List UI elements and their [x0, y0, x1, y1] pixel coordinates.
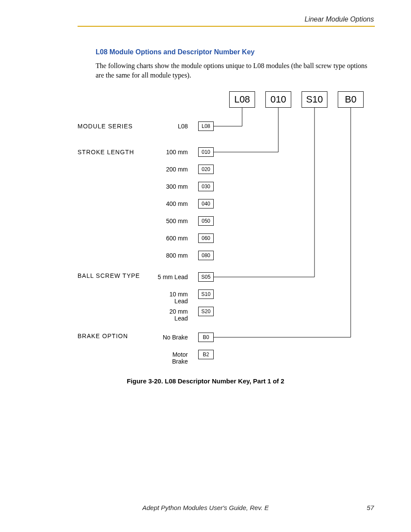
page-header-section: Linear Module Options — [305, 16, 374, 23]
page: Linear Module Options L08 Module Options… — [0, 0, 411, 532]
intro-paragraph: The following charts show the module opt… — [96, 61, 376, 81]
figure-caption: Figure 3-20. L08 Descriptor Number Key, … — [0, 377, 411, 385]
footer-page-number: 57 — [367, 504, 374, 511]
header-rule — [78, 26, 375, 27]
connector-lines — [78, 87, 375, 371]
section-heading: L08 Module Options and Descriptor Number… — [96, 48, 255, 56]
footer-title: Adept Python Modules User's Guide, Rev. … — [0, 504, 411, 511]
descriptor-diagram: L08 010 S10 B0 MODULE SERIES STROKE LENG… — [78, 87, 375, 371]
